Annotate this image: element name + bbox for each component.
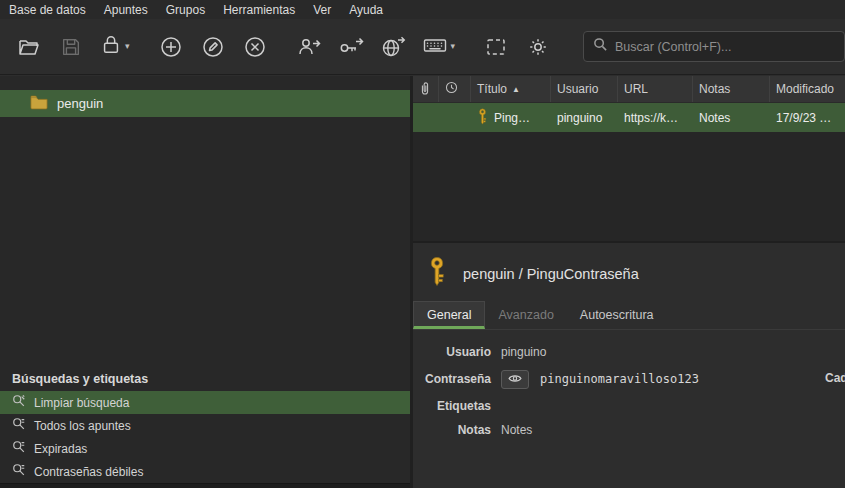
- x-circle-icon: [243, 35, 267, 59]
- saved-search-icon: [12, 440, 34, 457]
- cell-modified-text: 17/9/23 …: [776, 111, 831, 125]
- searches-and-tags: Búsquedas y etiquetas Limpiar búsqueda: [0, 367, 410, 488]
- toggle-password-visibility-button[interactable]: [501, 370, 529, 389]
- search-item-all-entries[interactable]: Todos los apuntes: [0, 414, 410, 437]
- lock-dropdown-caret-icon[interactable]: ▾: [125, 42, 130, 51]
- expires-label: Caduca: [825, 371, 845, 385]
- column-header-title[interactable]: Título ▲: [471, 76, 551, 102]
- tags-label: Etiquetas: [413, 399, 501, 413]
- user-label: Usuario: [413, 345, 501, 359]
- save-icon: [60, 36, 82, 58]
- keepassxc-window: Base de datos Apuntes Grupos Herramienta…: [0, 0, 845, 488]
- column-header-expiry[interactable]: [439, 76, 471, 102]
- column-modified-label: Modificado: [776, 82, 834, 96]
- entry-panel: Título ▲ Usuario URL Notas Modificado: [413, 76, 845, 488]
- menu-groups[interactable]: Grupos: [157, 1, 214, 19]
- search-box: [583, 31, 845, 62]
- table-header: Título ▲ Usuario URL Notas Modificado: [413, 76, 845, 103]
- field-row-password: Contraseña pinguinomaravilloso123 Caduca: [413, 364, 845, 394]
- lock-database-button[interactable]: ▾: [94, 30, 136, 64]
- notes-value: Notes: [501, 423, 532, 437]
- menu-help[interactable]: Ayuda: [340, 1, 392, 19]
- pencil-circle-icon: [201, 35, 225, 59]
- cell-notes-text: Notes: [699, 111, 730, 125]
- clock-icon: [445, 81, 458, 97]
- copy-username-button[interactable]: [290, 30, 328, 64]
- folder-icon: [30, 95, 57, 113]
- screen-region-icon: [484, 35, 508, 59]
- menu-view[interactable]: Ver: [304, 1, 340, 19]
- column-header-notes[interactable]: Notas: [693, 76, 770, 102]
- field-row-user: Usuario pinguino: [413, 340, 845, 364]
- password-label: Contraseña: [413, 372, 501, 386]
- globe-arrow-icon: [380, 35, 406, 59]
- preview-tabs: General Avanzado Autoescritura: [413, 301, 845, 330]
- column-header-modified[interactable]: Modificado: [770, 76, 845, 102]
- search-item-expired[interactable]: Expiradas: [0, 437, 410, 460]
- cell-url-text: https://k…: [624, 111, 678, 125]
- cell-title-text: Ping…: [494, 111, 530, 125]
- sort-ascending-icon: ▲: [512, 85, 520, 94]
- edit-entry-button[interactable]: [194, 30, 232, 64]
- column-header-user[interactable]: Usuario: [551, 76, 618, 102]
- search-item-clear[interactable]: Limpiar búsqueda: [0, 391, 410, 414]
- group-item-penguin[interactable]: penguin: [0, 90, 410, 117]
- search-item-label: Expiradas: [34, 442, 87, 456]
- autotype-dropdown-caret-icon[interactable]: ▾: [451, 42, 456, 51]
- add-entry-button[interactable]: [152, 30, 190, 64]
- menu-tools[interactable]: Herramientas: [214, 1, 304, 19]
- preview-header: penguin / PinguContraseña: [413, 243, 845, 301]
- tab-general[interactable]: General: [413, 301, 485, 329]
- search-item-weak-passwords[interactable]: Contraseñas débiles: [0, 460, 410, 483]
- column-header-url[interactable]: URL: [618, 76, 693, 102]
- saved-search-icon: [12, 417, 34, 434]
- column-user-label: Usuario: [557, 82, 598, 96]
- searches-header: Búsquedas y etiquetas: [0, 367, 410, 391]
- save-database-button[interactable]: [52, 30, 90, 64]
- key-arrow-icon: [338, 35, 364, 59]
- gear-icon: [526, 35, 550, 59]
- open-database-button[interactable]: [10, 30, 48, 64]
- search-input[interactable]: [615, 40, 844, 54]
- folder-open-icon: [17, 35, 41, 59]
- cell-url: https://k…: [618, 103, 693, 132]
- menubar: Base de datos Apuntes Grupos Herramienta…: [0, 0, 845, 19]
- group-label: penguin: [57, 96, 103, 111]
- copy-password-button[interactable]: [332, 30, 370, 64]
- preview-entry-title: penguin / PinguContraseña: [463, 266, 639, 282]
- settings-button[interactable]: [519, 30, 557, 64]
- tab-autotype[interactable]: Autoescritura: [567, 302, 667, 329]
- saved-search-icon: [12, 463, 34, 480]
- plus-circle-icon: [159, 35, 183, 59]
- user-arrow-icon: [296, 35, 322, 59]
- clear-search-icon: [12, 394, 34, 411]
- user-value: pinguino: [501, 345, 546, 359]
- column-title-label: Título: [477, 82, 507, 96]
- entry-preview: penguin / PinguContraseña General Avanza…: [413, 241, 845, 488]
- paperclip-icon: [419, 81, 431, 98]
- preview-fields: Usuario pinguino Contraseña pingu: [413, 330, 845, 442]
- autotype-button[interactable]: ▾: [416, 30, 462, 64]
- notes-label: Notas: [413, 423, 501, 437]
- open-url-button[interactable]: [374, 30, 412, 64]
- field-row-notes: Notas Notes: [413, 418, 845, 442]
- main-area: penguin Búsquedas y etiquetas Limpiar bú…: [0, 76, 845, 488]
- screen-region-button[interactable]: [477, 30, 515, 64]
- group-panel: penguin Búsquedas y etiquetas Limpiar bú…: [0, 76, 410, 488]
- lock-icon: [100, 34, 122, 60]
- search-item-label: Limpiar búsqueda: [34, 396, 129, 410]
- table-row[interactable]: Ping… pinguino https://k… Notes 17/9/23 …: [413, 103, 845, 132]
- toolbar: ▾: [0, 19, 845, 75]
- cell-expiry: [439, 103, 471, 132]
- entry-key-icon: [477, 108, 494, 128]
- tab-advanced[interactable]: Avanzado: [485, 302, 566, 329]
- delete-entry-button[interactable]: [236, 30, 274, 64]
- column-url-label: URL: [624, 82, 648, 96]
- cell-title: Ping…: [471, 103, 551, 132]
- menu-entries[interactable]: Apuntes: [95, 1, 157, 19]
- panel-divider: [0, 483, 410, 488]
- column-header-attachment[interactable]: [413, 76, 439, 102]
- keyboard-icon: [422, 33, 448, 61]
- menu-database[interactable]: Base de datos: [0, 1, 95, 19]
- cell-user-text: pinguino: [557, 111, 602, 125]
